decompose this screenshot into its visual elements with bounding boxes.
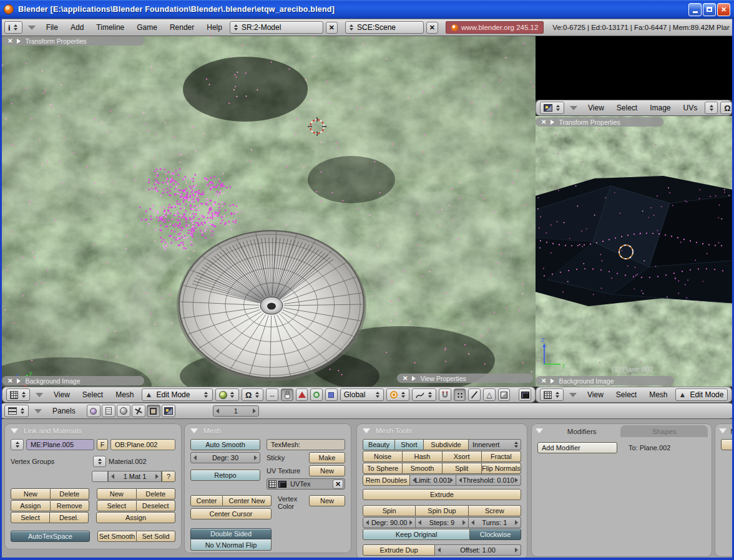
main-3d-viewport[interactable]: y (1) Plane.002 ✕ Transform Properties ✕…	[2, 36, 536, 387]
material-color-swatch[interactable]	[92, 471, 108, 482]
frame-number-field[interactable]: 1	[213, 405, 259, 417]
mode-selector[interactable]: ▲ Edit Mode	[675, 389, 728, 401]
mesh-datablock-browse[interactable]	[11, 439, 24, 450]
xsort-button[interactable]: Xsort	[443, 451, 482, 462]
expand-arrow-icon[interactable]	[550, 379, 554, 384]
autotexspace-toggle[interactable]: AutoTexSpace	[11, 531, 90, 542]
set-solid-button[interactable]: Set Solid	[137, 531, 175, 542]
minimize-button[interactable]	[688, 3, 702, 16]
panel-collapse-icon[interactable]	[363, 428, 370, 433]
innervert-selector[interactable]: Innervert	[469, 439, 521, 450]
object-name-field[interactable]: OB:Plane.002	[110, 439, 175, 450]
decrement-arrow-icon[interactable]	[413, 478, 416, 483]
object-context-button[interactable]	[132, 405, 145, 417]
close-icon[interactable]: ✕	[541, 118, 546, 125]
screen-selector[interactable]: SR:2-Model	[230, 21, 323, 34]
expand-arrow-icon[interactable]	[550, 120, 554, 125]
uv-texture-new-button[interactable]: New	[309, 465, 345, 476]
decrement-arrow-icon[interactable]	[111, 474, 114, 479]
panel-collapse-icon[interactable]	[536, 428, 543, 433]
hash-button[interactable]: Hash	[403, 451, 442, 462]
spin-button[interactable]: Spin	[363, 505, 416, 516]
no-vnormal-flip-toggle[interactable]: No V.Normal Flip	[190, 539, 272, 551]
orientation-selector[interactable]: Global	[340, 389, 384, 401]
manipulator-axes-button[interactable]: ↔	[266, 389, 278, 401]
manipulator-translate-button[interactable]	[296, 389, 308, 401]
menu-view[interactable]: View	[49, 390, 75, 399]
rem-doubles-button[interactable]: Rem Doubles	[363, 475, 410, 486]
link-and-materials-panel[interactable]: Link and Materials ME:Plane.005 F OB:Pla…	[5, 424, 181, 549]
close-icon[interactable]: ✕	[7, 37, 12, 44]
blender-org-banner[interactable]: www.blender.org 245.12	[446, 21, 544, 34]
spin-dup-button[interactable]: Spin Dup	[416, 505, 468, 516]
menu-help[interactable]: Help	[202, 23, 227, 32]
threshold-field[interactable]: Threshold: 0.010	[456, 475, 521, 486]
material-assign-button[interactable]: Assign	[96, 512, 175, 523]
menu-mesh[interactable]: Mesh	[110, 390, 139, 399]
close-icon[interactable]: ✕	[541, 377, 546, 384]
panels-menu[interactable]: Panels	[47, 407, 81, 415]
vgroup-delete-button[interactable]: Delete	[51, 488, 90, 500]
transform-properties-panel[interactable]: ✕ Transform Properties	[2, 36, 144, 46]
edge-select-mode-button[interactable]	[468, 389, 481, 401]
occlude-geometry-button[interactable]	[498, 389, 511, 401]
material-new-button[interactable]: New	[97, 488, 137, 500]
increment-arrow-icon[interactable]	[515, 478, 518, 483]
scene-context-button[interactable]	[162, 405, 175, 417]
panel-collapse-icon[interactable]	[719, 428, 727, 433]
close-icon[interactable]: ✕	[7, 377, 12, 384]
rotation-pivot-selector[interactable]: Ω	[242, 389, 263, 401]
header-collapse-icon[interactable]	[36, 393, 43, 397]
material-deselect-button[interactable]: Deselect	[137, 500, 176, 511]
vgroup-deselect-button[interactable]: Desel.	[50, 512, 89, 523]
logic-context-button[interactable]	[87, 405, 100, 417]
clockwise-toggle[interactable]: Clockwise	[470, 529, 521, 540]
retopo-toggle[interactable]: Retopo	[190, 470, 260, 481]
sticky-make-button[interactable]: Make	[309, 452, 345, 463]
decrement-arrow-icon[interactable]	[216, 408, 219, 413]
increment-arrow-icon[interactable]	[409, 520, 413, 525]
manipulator-rotate-button[interactable]	[310, 389, 323, 401]
close-icon[interactable]: ✕	[403, 375, 408, 382]
short-toggle[interactable]: Short	[395, 439, 424, 450]
close-button[interactable]: ✕	[717, 3, 730, 16]
material-select-button[interactable]: Select	[97, 500, 137, 511]
menu-render[interactable]: Render	[165, 23, 199, 32]
view-properties-panel[interactable]: ✕ View Properties	[397, 374, 533, 383]
face-select-mode-button[interactable]: △	[483, 389, 496, 401]
texmesh-field[interactable]: TexMesh:	[267, 439, 345, 450]
material-delete-button[interactable]: Delete	[137, 488, 176, 500]
spin-steps-field[interactable]: Steps: 9	[416, 517, 468, 528]
flip-normals-button[interactable]: Flip Normals	[482, 463, 521, 474]
menu-select[interactable]: Select	[611, 390, 642, 399]
offset-field[interactable]: Offset: 1.00	[435, 544, 521, 556]
mesh-tools-panel[interactable]: Mesh Tools Beauty Short Subdivide Innerv…	[357, 424, 527, 558]
expand-arrow-icon[interactable]	[17, 39, 21, 44]
snap-button[interactable]	[439, 389, 451, 401]
editor-type-selector[interactable]	[540, 389, 564, 401]
screw-button[interactable]: Screw	[469, 505, 521, 516]
pivot-point-selector[interactable]	[386, 389, 409, 401]
script-context-button[interactable]	[102, 405, 115, 417]
material-browse[interactable]	[93, 456, 106, 467]
image-selector[interactable]	[705, 102, 718, 114]
extrude-dup-button[interactable]: Extrude Dup	[363, 544, 435, 556]
menu-mesh[interactable]: Mesh	[644, 390, 672, 399]
rotation-pivot-selector[interactable]: Ω	[720, 102, 732, 114]
tab-shapes[interactable]: Shapes	[620, 425, 708, 437]
vertex-color-new-button[interactable]: New	[309, 495, 345, 506]
menu-select[interactable]: Select	[612, 104, 642, 112]
editor-type-selector[interactable]	[4, 405, 29, 417]
background-image-panel[interactable]: ✕ Background Image	[2, 376, 144, 385]
partial-panel[interactable]: M	[715, 424, 732, 556]
maximize-button[interactable]	[703, 3, 716, 16]
editor-type-selector[interactable]	[540, 102, 564, 114]
editor-type-selector[interactable]: i	[4, 21, 22, 34]
center-cursor-button[interactable]: Center Cursor	[190, 508, 272, 519]
extrude-button[interactable]: Extrude	[363, 489, 521, 500]
menu-select[interactable]: Select	[77, 390, 108, 399]
render-preview-button[interactable]	[519, 389, 531, 401]
vertex-select-mode-button[interactable]	[454, 389, 466, 401]
expand-arrow-icon[interactable]	[17, 379, 21, 384]
fake-user-button[interactable]: F	[97, 439, 108, 450]
